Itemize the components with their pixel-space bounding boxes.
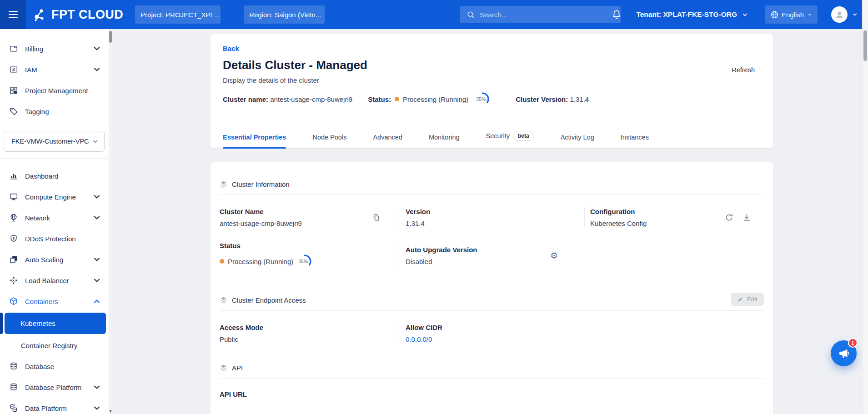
sidebar-item-project-management[interactable]: Project Management xyxy=(0,80,112,101)
user-menu[interactable] xyxy=(831,6,858,23)
tab-advanced[interactable]: Advanced xyxy=(373,134,402,148)
sidebar-item-database[interactable]: Database xyxy=(0,356,112,377)
section-divider xyxy=(220,378,764,379)
page-title: Details Cluster - Managed xyxy=(223,58,773,72)
allow-cidr-link[interactable]: 0.0.0.0/0 xyxy=(406,335,578,343)
data-platform-icon xyxy=(9,404,18,413)
layers-icon xyxy=(220,296,227,304)
sidebar-item-kubernetes-selected[interactable]: Kubernetes xyxy=(5,313,106,334)
download-config-button[interactable] xyxy=(743,213,751,222)
sidebar-item-compute-engine[interactable]: Compute Engine xyxy=(0,186,112,207)
sidebar-item-container-registry[interactable]: Container Registry xyxy=(0,335,112,356)
sidebar-item-network[interactable]: Network xyxy=(0,207,112,228)
chevron-down-icon xyxy=(92,213,101,222)
status-dot-icon xyxy=(220,259,224,264)
sidebar-item-label: Auto Scaling xyxy=(25,256,92,264)
tab-activity-log[interactable]: Activity Log xyxy=(561,134,594,148)
chevron-down-icon xyxy=(92,383,101,392)
progress-arc-icon xyxy=(475,91,490,107)
database-platform-icon xyxy=(9,383,18,392)
back-link[interactable]: Back xyxy=(223,45,239,52)
sidebar-item-label: Dashboard xyxy=(25,172,105,180)
load-balancer-icon xyxy=(9,276,18,285)
chevron-down-icon xyxy=(92,192,101,201)
cluster-version-label: Cluster Version: xyxy=(516,95,568,103)
page-scrollbar[interactable] xyxy=(862,0,868,414)
copy-cluster-name-button[interactable] xyxy=(372,213,381,222)
sidebar-item-label: IAM xyxy=(25,66,92,74)
cluster-version-value: 1.31.4 xyxy=(570,95,589,103)
tab-monitoring[interactable]: Monitoring xyxy=(429,134,460,148)
cluster-name-value: antest-usage-cmp-8uwejri9 xyxy=(270,95,352,103)
tab-essential-properties[interactable]: Essential Properties xyxy=(223,134,286,148)
scrollbar-thumb[interactable] xyxy=(109,31,112,43)
sidebar-item-dashboard[interactable]: Dashboard xyxy=(0,165,112,186)
chevron-down-icon xyxy=(808,11,812,18)
field-value: Disabled xyxy=(406,258,550,265)
download-icon xyxy=(743,213,751,222)
sidebar-item-billing[interactable]: Billing xyxy=(0,38,112,59)
chevron-down-icon xyxy=(92,276,101,285)
vpc-selector[interactable]: FKE-VMW-Customer-VPC xyxy=(4,131,105,152)
project-selector[interactable]: Project: PROJECT_XPL... xyxy=(135,5,221,24)
notification-count-badge: 1 xyxy=(848,338,858,348)
scrollbar-thumb[interactable] xyxy=(863,30,867,61)
database-icon xyxy=(9,362,18,371)
person-icon xyxy=(834,9,845,20)
tab-instances[interactable]: Instances xyxy=(621,134,649,148)
language-selector[interactable]: English xyxy=(765,5,818,24)
page-subtitle: Display the details of the cluster xyxy=(223,76,773,84)
fpt-logo-icon xyxy=(32,7,47,22)
sidebar-item-iam[interactable]: IAM xyxy=(0,59,112,80)
regenerate-config-button[interactable] xyxy=(725,213,733,222)
edit-endpoint-button[interactable]: Edit xyxy=(731,293,764,306)
refresh-icon xyxy=(725,213,733,222)
refresh-button[interactable]: Refresh xyxy=(732,66,755,74)
progress-spinner: 35% xyxy=(297,254,312,269)
scrollbar-down-arrow[interactable]: ▼ xyxy=(108,409,113,414)
sidebar-item-label: Database xyxy=(25,363,105,370)
tab-node-pools[interactable]: Node Pools xyxy=(312,134,346,148)
progress-spinner: 35% xyxy=(475,91,490,107)
copy-icon xyxy=(372,213,381,222)
sidebar-item-label: DDoS Protection xyxy=(25,235,105,243)
status-label: Status: xyxy=(368,95,391,103)
chevron-down-icon xyxy=(92,44,101,53)
language-label: English xyxy=(782,11,804,19)
sidebar-item-load-balancer[interactable]: Load Balancer xyxy=(0,270,112,291)
sidebar-item-tagging[interactable]: Tagging xyxy=(0,101,112,122)
iam-card-icon xyxy=(9,65,18,74)
auto-upgrade-settings-button[interactable]: ⚙ xyxy=(550,251,558,260)
sidebar-item-auto-scaling[interactable]: Auto Scaling xyxy=(0,249,112,270)
sidebar-divider xyxy=(0,158,112,159)
sidebar-scrollbar[interactable]: ▼ xyxy=(109,29,112,414)
gear-icon: ⚙ xyxy=(550,251,558,260)
sidebar-item-containers[interactable]: Containers xyxy=(0,291,112,312)
sidebar-item-ddos-protection[interactable]: DDoS Protection xyxy=(0,228,112,249)
sidebar-item-label: Billing xyxy=(25,45,92,53)
sidebar-item-database-platform[interactable]: Database Platform xyxy=(0,377,112,398)
region-selector[interactable]: Region: Saigon (Vietn... xyxy=(244,5,325,24)
active-indicator xyxy=(0,313,3,334)
hamburger-menu-button[interactable] xyxy=(0,0,26,29)
field-label: Auto Upgrade Version xyxy=(406,246,550,254)
region-selector-label: Region: Saigon (Vietn... xyxy=(249,11,321,19)
chevron-up-icon xyxy=(92,297,101,306)
sidebar-item-data-platform[interactable]: Data Platform xyxy=(0,398,112,414)
announcements-fab-button[interactable]: 1 xyxy=(831,340,857,366)
tab-security[interactable]: Security beta xyxy=(486,131,534,148)
notification-bell-button[interactable] xyxy=(611,9,622,20)
tenant-selector[interactable]: Tenant: XPLAT-FKE-STG-ORG xyxy=(636,10,748,19)
section-cluster-information: Cluster Information Cluster Name antest-… xyxy=(220,162,764,281)
search-box[interactable] xyxy=(460,6,621,23)
bell-icon xyxy=(611,9,622,20)
containers-cube-icon xyxy=(9,297,18,306)
section-title: API xyxy=(232,364,243,372)
billing-wallet-icon xyxy=(9,44,18,53)
status-value: Processing (Running) xyxy=(403,95,468,103)
tenant-label: Tenant: XPLAT-FKE-STG-ORG xyxy=(636,10,737,19)
search-icon xyxy=(467,10,475,19)
megaphone-icon xyxy=(838,347,850,360)
search-input[interactable] xyxy=(480,11,614,19)
brand-text: FPT CLOUD xyxy=(51,8,123,22)
